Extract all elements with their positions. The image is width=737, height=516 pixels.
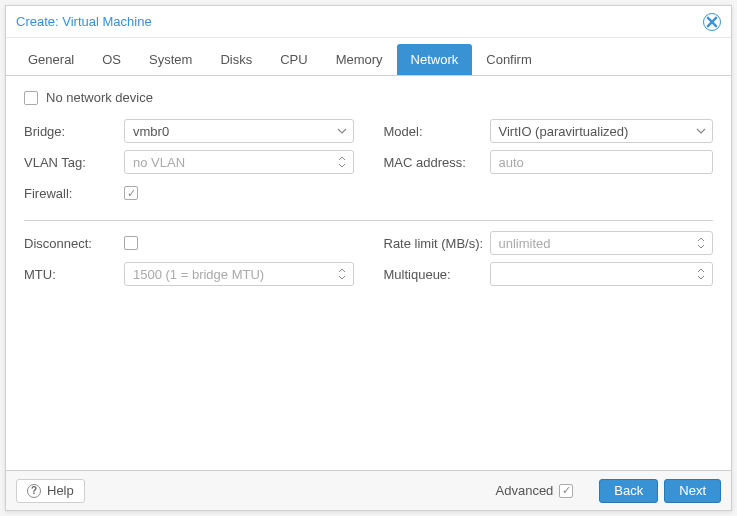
mtu-label: MTU:: [24, 267, 124, 282]
mac-placeholder: auto: [499, 155, 524, 170]
advanced-toggle[interactable]: Advanced: [496, 483, 582, 498]
next-button[interactable]: Next: [664, 479, 721, 503]
bridge-select[interactable]: vmbr0: [124, 119, 354, 143]
create-vm-modal: Create: Virtual Machine General OS Syste…: [5, 5, 732, 511]
tab-confirm[interactable]: Confirm: [472, 44, 546, 75]
bridge-label: Bridge:: [24, 124, 124, 139]
mtu-placeholder: 1500 (1 = bridge MTU): [133, 267, 264, 282]
firewall-checkbox[interactable]: [124, 186, 138, 200]
spinner-icon: [335, 267, 349, 281]
spinner-icon: [335, 155, 349, 169]
mac-input[interactable]: auto: [490, 150, 714, 174]
tab-os[interactable]: OS: [88, 44, 135, 75]
right-column-adv: Rate limit (MB/s): unlimited Multiqueue:: [384, 231, 714, 293]
multiqueue-label: Multiqueue:: [384, 267, 490, 282]
no-network-label: No network device: [46, 90, 153, 105]
no-network-checkbox[interactable]: [24, 91, 38, 105]
mtu-input[interactable]: 1500 (1 = bridge MTU): [124, 262, 354, 286]
bridge-value: vmbr0: [133, 124, 169, 139]
chevron-down-icon: [335, 124, 349, 138]
help-icon: ?: [27, 484, 41, 498]
ratelimit-input[interactable]: unlimited: [490, 231, 714, 255]
model-label: Model:: [384, 124, 490, 139]
model-value: VirtIO (paravirtualized): [499, 124, 629, 139]
tab-cpu[interactable]: CPU: [266, 44, 321, 75]
footer: ? Help Advanced Back Next: [6, 470, 731, 510]
firewall-label: Firewall:: [24, 186, 124, 201]
modal-title: Create: Virtual Machine: [16, 14, 152, 29]
no-network-row: No network device: [24, 90, 713, 105]
left-column: Bridge: vmbr0 VLAN Tag: no VLAN: [24, 119, 354, 212]
vlan-placeholder: no VLAN: [133, 155, 185, 170]
tab-disks[interactable]: Disks: [206, 44, 266, 75]
left-column-adv: Disconnect: MTU: 1500 (1 = bridge MTU): [24, 231, 354, 293]
tab-general[interactable]: General: [14, 44, 88, 75]
vlan-input[interactable]: no VLAN: [124, 150, 354, 174]
chevron-down-icon: [694, 124, 708, 138]
tab-network[interactable]: Network: [397, 44, 473, 75]
ratelimit-placeholder: unlimited: [499, 236, 551, 251]
advanced-checkbox[interactable]: [559, 484, 573, 498]
spinner-icon: [694, 236, 708, 250]
disconnect-checkbox[interactable]: [124, 236, 138, 250]
tab-memory[interactable]: Memory: [322, 44, 397, 75]
multiqueue-input[interactable]: [490, 262, 714, 286]
tab-content: No network device Bridge: vmbr0 VLAN Tag…: [6, 76, 731, 470]
mac-label: MAC address:: [384, 155, 490, 170]
divider: [24, 220, 713, 221]
tabs: General OS System Disks CPU Memory Netwo…: [6, 38, 731, 76]
advanced-label: Advanced: [496, 483, 554, 498]
close-icon[interactable]: [703, 13, 721, 31]
model-select[interactable]: VirtIO (paravirtualized): [490, 119, 714, 143]
back-button[interactable]: Back: [599, 479, 658, 503]
spinner-icon: [694, 267, 708, 281]
help-button[interactable]: ? Help: [16, 479, 85, 503]
disconnect-label: Disconnect:: [24, 236, 124, 251]
right-column: Model: VirtIO (paravirtualized) MAC addr…: [384, 119, 714, 212]
vlan-label: VLAN Tag:: [24, 155, 124, 170]
ratelimit-label: Rate limit (MB/s):: [384, 236, 490, 251]
tab-system[interactable]: System: [135, 44, 206, 75]
help-label: Help: [47, 483, 74, 498]
titlebar: Create: Virtual Machine: [6, 6, 731, 38]
